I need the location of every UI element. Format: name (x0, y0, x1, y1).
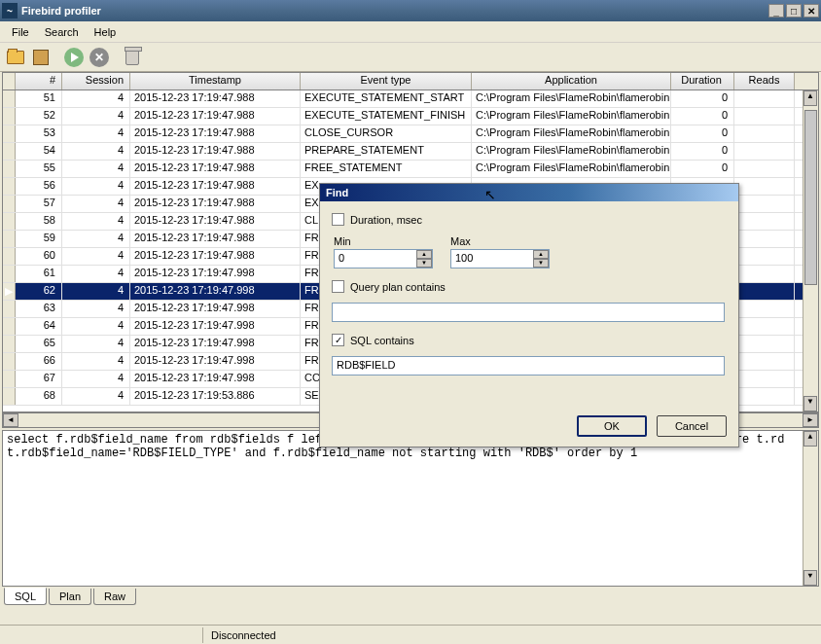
sql-line: t.rdb$field_name='RDB$FIELD_TYPE' and f.… (7, 447, 814, 460)
tab-plan[interactable]: Plan (49, 589, 91, 605)
table-row[interactable]: 5442015-12-23 17:19:47.988PREPARE_STATEM… (3, 143, 818, 161)
stop-button[interactable]: ✕ (88, 46, 111, 69)
menu-file[interactable]: File (4, 24, 37, 40)
status-connection: Disconnected (202, 627, 284, 643)
col-event[interactable]: Event type (301, 73, 472, 89)
scroll-right-icon[interactable]: ► (803, 413, 818, 427)
table-row[interactable]: 5542015-12-23 17:19:47.988FREE_STATEMENT… (3, 161, 818, 178)
spin-up-icon[interactable]: ▲ (416, 250, 432, 259)
duration-checkbox[interactable] (332, 213, 344, 226)
tab-sql[interactable]: SQL (4, 588, 47, 605)
min-input[interactable]: 0▲▼ (334, 249, 433, 268)
queryplan-label: Query plan contains (350, 281, 446, 293)
col-app[interactable]: Application (472, 73, 671, 89)
queryplan-checkbox[interactable] (332, 280, 344, 293)
toolbar: ✕ (0, 43, 821, 72)
bottom-tabs: SQL Plan Raw (0, 589, 821, 610)
max-label: Max (450, 235, 550, 247)
stop-icon: ✕ (89, 48, 109, 67)
spin-down-icon[interactable]: ▼ (416, 259, 432, 268)
col-timestamp[interactable]: Timestamp (130, 73, 301, 89)
menu-search[interactable]: Search (37, 24, 87, 40)
save-icon (33, 50, 49, 65)
cancel-button[interactable]: Cancel (657, 415, 727, 437)
sql-pane: select f.rdb$field_name from rdb$fields … (2, 430, 819, 587)
find-dialog: Find Duration, msec Min 0▲▼ Max 100▲▼ Qu… (319, 183, 739, 447)
open-button[interactable] (4, 46, 27, 69)
sql-input[interactable]: RDB$FIELD (332, 356, 725, 376)
folder-icon (7, 51, 24, 64)
statusbar: Disconnected (0, 625, 821, 644)
menu-help[interactable]: Help (87, 24, 125, 40)
spin-up-icon[interactable]: ▲ (533, 250, 549, 259)
menubar: File Search Help (0, 21, 821, 43)
trash-icon (125, 50, 139, 65)
app-icon: ~ (2, 3, 18, 18)
table-row[interactable]: 5142015-12-23 17:19:47.988EXECUTE_STATEM… (3, 90, 818, 108)
titlebar: ~ Firebird profiler _ □ ✕ (0, 0, 821, 21)
queryplan-input[interactable] (332, 303, 725, 322)
ok-button[interactable]: OK (577, 415, 647, 437)
maximize-button[interactable]: □ (786, 4, 802, 18)
window-title: Firebird profiler (21, 5, 768, 17)
clear-button[interactable] (121, 46, 144, 69)
start-button[interactable] (62, 46, 86, 69)
sql-vscroll[interactable]: ▲ ▼ (803, 431, 818, 586)
minimize-button[interactable]: _ (768, 4, 784, 18)
scroll-down-icon[interactable]: ▼ (803, 570, 817, 586)
scroll-up-icon[interactable]: ▲ (803, 90, 817, 106)
col-num[interactable]: # (16, 73, 62, 89)
col-session[interactable]: Session (62, 73, 130, 89)
save-button[interactable] (29, 46, 53, 69)
col-duration[interactable]: Duration (671, 73, 734, 89)
sql-contains-label: SQL contains (350, 335, 414, 346)
duration-label: Duration, msec (350, 214, 422, 226)
spin-down-icon[interactable]: ▼ (533, 259, 549, 268)
scroll-up-icon[interactable]: ▲ (803, 431, 817, 447)
table-row[interactable]: 5242015-12-23 17:19:47.988EXECUTE_STATEM… (3, 108, 818, 125)
grid-vscroll[interactable]: ▲ ▼ (803, 90, 818, 411)
scroll-thumb[interactable] (804, 110, 817, 285)
close-button[interactable]: ✕ (803, 4, 819, 18)
min-label: Min (334, 235, 433, 247)
table-row[interactable]: 5342015-12-23 17:19:47.988CLOSE_CURSORC:… (3, 125, 818, 143)
scroll-down-icon[interactable]: ▼ (803, 396, 817, 411)
scroll-left-icon[interactable]: ◄ (3, 413, 18, 427)
sql-checkbox[interactable]: ✓ (332, 334, 344, 346)
col-reads[interactable]: Reads (734, 73, 795, 89)
tab-raw[interactable]: Raw (93, 589, 136, 605)
grid-header: # Session Timestamp Event type Applicati… (3, 73, 818, 90)
max-input[interactable]: 100▲▼ (450, 249, 550, 268)
play-icon (64, 48, 84, 67)
dialog-title: Find (320, 184, 738, 201)
